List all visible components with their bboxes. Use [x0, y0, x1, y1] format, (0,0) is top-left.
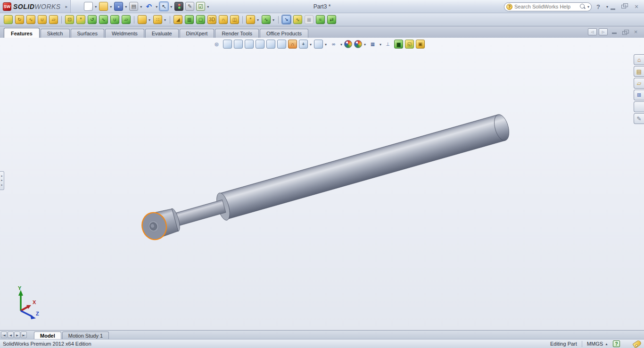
- dome-icon[interactable]: ∩: [219, 15, 228, 24]
- close-document-icon[interactable]: ×: [631, 28, 640, 35]
- next-tab-button[interactable]: ▶: [14, 331, 20, 338]
- help-search-box[interactable]: ? ▾: [504, 2, 592, 11]
- undo-icon[interactable]: ↶: [144, 2, 153, 11]
- file-properties-icon[interactable]: ✎: [185, 2, 194, 11]
- section-view-icon[interactable]: ∩: [288, 40, 297, 49]
- tab-model[interactable]: Model: [34, 331, 61, 339]
- separator[interactable]: [170, 16, 170, 24]
- swept-cut-icon[interactable]: ∿: [99, 15, 108, 24]
- wrap-icon[interactable]: 3D: [207, 15, 216, 24]
- zoom-to-fit-icon[interactable]: ◎: [212, 40, 221, 49]
- previous-tab-button[interactable]: ◀: [8, 331, 14, 338]
- minimize-document-icon[interactable]: [610, 28, 619, 35]
- solidworks-resources-icon[interactable]: ⌂: [634, 54, 644, 65]
- featuremanager-collapse-handle[interactable]: ▸ ▸ ▸: [0, 171, 4, 190]
- close-window-icon[interactable]: ×: [631, 2, 642, 11]
- hide-show-items-icon[interactable]: ∞: [329, 40, 338, 49]
- open-document-icon[interactable]: [99, 2, 108, 11]
- swept-boss-icon[interactable]: ∿: [26, 15, 35, 24]
- apply-scene-icon[interactable]: [354, 40, 362, 48]
- custom-properties-icon[interactable]: ✎: [634, 113, 644, 124]
- tab-dimxpert[interactable]: DimXpert: [180, 29, 215, 38]
- save-icon[interactable]: ▪: [114, 2, 123, 11]
- help-search-input[interactable]: [514, 4, 578, 9]
- tab-sketch[interactable]: Sketch: [41, 29, 70, 38]
- last-tab-button[interactable]: ▶|: [21, 331, 27, 338]
- units-selector[interactable]: MMGS ▲: [587, 341, 608, 347]
- flex-icon[interactable]: ⇄: [327, 15, 336, 24]
- restore-window-icon[interactable]: [619, 2, 631, 11]
- print-icon[interactable]: ▤: [129, 2, 138, 11]
- quick-tips-help-icon[interactable]: ?: [613, 340, 620, 347]
- tab-motion-study-1[interactable]: Motion Study 1: [62, 331, 109, 339]
- sketch-picture-icon[interactable]: ▦: [305, 15, 314, 24]
- separator[interactable]: [242, 16, 243, 24]
- rebuild-traffic-light-icon[interactable]: [174, 2, 183, 11]
- solidworks-logo[interactable]: SW SOLIDWORKS ▸: [0, 0, 71, 13]
- separator[interactable]: [134, 16, 134, 24]
- view-settings-icon[interactable]: ▦: [368, 40, 377, 49]
- reference-geometry-icon[interactable]: *: [246, 15, 255, 24]
- rib-icon[interactable]: ▥: [185, 15, 194, 24]
- instant3d-icon[interactable]: ↘: [282, 15, 291, 24]
- appearances-scenes-icon[interactable]: [634, 101, 644, 112]
- first-tab-button[interactable]: |◀: [1, 331, 7, 338]
- shell-icon[interactable]: ▢: [196, 15, 205, 24]
- help-icon[interactable]: ?: [593, 2, 604, 11]
- front-view-icon[interactable]: [223, 40, 232, 49]
- hole-wizard-icon[interactable]: *: [76, 15, 85, 24]
- bottom-view-icon[interactable]: [277, 40, 286, 49]
- minimize-window-icon[interactable]: [608, 2, 619, 11]
- extruded-boss-icon[interactable]: [4, 15, 13, 24]
- new-document-icon[interactable]: [84, 2, 93, 11]
- tab-features[interactable]: Features: [4, 28, 40, 38]
- graphics-area[interactable]: ◎∩+∞▦⊥▆◱▣ ▸ ▸ ▸ Y X Z: [0, 38, 644, 330]
- display-style-icon[interactable]: [314, 40, 323, 49]
- file-explorer-icon[interactable]: ▱: [634, 78, 644, 89]
- shaft-part[interactable]: [139, 112, 512, 243]
- pane-previous-icon[interactable]: ◁: [588, 28, 597, 35]
- design-library-icon[interactable]: ▤: [634, 66, 644, 77]
- pane-next-icon[interactable]: ▷: [599, 28, 608, 35]
- lofted-boss-icon[interactable]: ∪: [38, 15, 47, 24]
- tag-icon[interactable]: [632, 340, 642, 348]
- separator[interactable]: [278, 16, 279, 24]
- box-icon[interactable]: ▣: [416, 40, 425, 49]
- view-palette-icon[interactable]: ⊞: [634, 90, 644, 100]
- restore-document-icon[interactable]: [620, 28, 629, 35]
- tab-surfaces[interactable]: Surfaces: [71, 29, 104, 38]
- separator[interactable]: [61, 16, 62, 24]
- options-icon[interactable]: ☑: [196, 2, 205, 11]
- view-orientation-icon[interactable]: +: [299, 40, 308, 49]
- lofted-cut-icon[interactable]: ∪: [110, 15, 119, 24]
- search-icon[interactable]: [580, 4, 586, 9]
- select-cursor-icon[interactable]: ↖: [159, 2, 168, 11]
- bar-chart-icon[interactable]: ▆: [394, 40, 403, 49]
- boundary-boss-icon[interactable]: ▱: [49, 15, 58, 24]
- normal-to-icon[interactable]: ⊥: [383, 40, 392, 49]
- box-arrow-icon[interactable]: ◱: [405, 40, 414, 49]
- tab-render-tools[interactable]: Render Tools: [215, 29, 259, 38]
- mirror-icon[interactable]: ◫: [230, 15, 239, 24]
- app-window-buttons: ?×: [593, 2, 642, 11]
- revolved-boss-icon[interactable]: ↻: [15, 15, 24, 24]
- deform-icon[interactable]: ≈: [316, 15, 325, 24]
- revolved-cut-icon[interactable]: ↺: [88, 15, 97, 24]
- tab-evaluate[interactable]: Evaluate: [145, 29, 179, 38]
- extruded-cut-icon[interactable]: ⊡: [65, 15, 74, 24]
- curves-icon[interactable]: ∿: [262, 15, 271, 24]
- menu-flyout-arrow-icon[interactable]: ▸: [66, 4, 68, 9]
- freeform-icon[interactable]: ∿: [293, 15, 302, 24]
- edit-appearance-icon[interactable]: [344, 40, 352, 48]
- left-view-icon[interactable]: [245, 40, 254, 49]
- top-view-icon[interactable]: [266, 40, 275, 49]
- linear-pattern-icon[interactable]: ∷: [153, 15, 162, 24]
- right-view-icon[interactable]: [256, 40, 264, 49]
- draft-icon[interactable]: ◢: [173, 15, 182, 24]
- search-dropdown-arrow-icon[interactable]: ▾: [587, 5, 589, 9]
- tab-office-products[interactable]: Office Products: [260, 29, 308, 38]
- back-view-icon[interactable]: [234, 40, 243, 49]
- tab-weldments[interactable]: Weldments: [105, 29, 144, 38]
- boundary-cut-icon[interactable]: ▱: [122, 15, 131, 24]
- fillet-icon[interactable]: [138, 15, 147, 24]
